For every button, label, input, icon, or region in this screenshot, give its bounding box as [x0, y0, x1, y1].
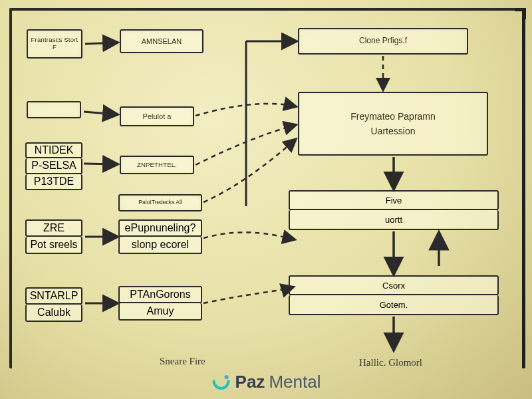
box-mid-m5: ePupnuneling?	[118, 219, 202, 237]
box-left-row1: Frantrascs Stort F	[27, 29, 82, 59]
watermark-brand-m: Mental	[269, 372, 321, 392]
box-right-r3b: uortt	[289, 210, 499, 230]
box-right-r2-line2: Uartession	[371, 126, 416, 136]
box-mid-m6: slonp ecorel	[118, 237, 202, 254]
watermark: PazMental	[211, 372, 321, 392]
box-mid-m3: ZNPETHTEL.	[120, 156, 194, 174]
box-left-row3c: P13TDE	[25, 174, 82, 190]
box-left-row5a: SNTARLP	[25, 287, 82, 305]
svg-point-0	[225, 375, 229, 379]
box-mid-m4: PalotTredecks All	[118, 194, 202, 211]
smile-icon	[211, 372, 231, 392]
box-right-r1: Clone Prfigs.f	[298, 28, 468, 55]
box-mid-m2: Pelulot a	[120, 106, 194, 126]
watermark-brand-p: Paz	[235, 372, 265, 392]
caption-left: Sneare Fire	[160, 356, 205, 367]
box-right-r2-line1: Freymateo Papramn	[350, 111, 436, 122]
box-right-r4a: Csorx	[289, 275, 499, 295]
box-mid-m7b: Amuy	[118, 303, 202, 321]
box-right-r3a: Five	[289, 190, 499, 210]
box-right-r2: Freymateo Papramn Uartession	[298, 92, 488, 156]
box-left-row3b: P-SELSA	[25, 158, 82, 174]
box-left-row5b: Calubk	[25, 305, 82, 322]
box-right-r4b: Gotem.	[289, 295, 499, 315]
box-left-row4b: Pot sreels	[25, 237, 82, 254]
box-mid-m7a: PTAnGorons	[118, 286, 202, 303]
box-mid-m1: AMNSELAN	[120, 29, 203, 53]
box-left-row4a: ZRE	[25, 219, 82, 237]
caption-right: Hallic. Glomorl	[359, 357, 422, 368]
box-left-row3a: NTIDEK	[25, 142, 82, 158]
box-left-row2	[27, 101, 81, 118]
